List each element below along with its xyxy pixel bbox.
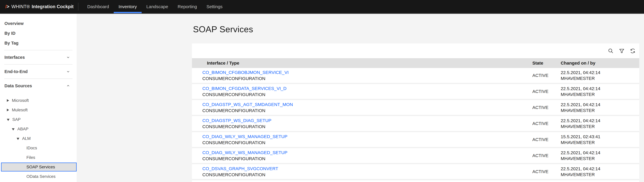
cell-state: ACTIVE: [532, 137, 561, 142]
cell-changed-on-by: 22.5.2021, 04:42:14MHAVEMESTER: [561, 70, 639, 81]
changed-on: 22.5.2021, 04:42:14: [561, 70, 639, 75]
tree-item-abap[interactable]: ABAP: [0, 124, 76, 134]
tree-item-odata-services[interactable]: OData Services: [0, 172, 76, 181]
tree-item-label: Microsoft: [12, 98, 29, 103]
chevron-down-icon: [66, 55, 70, 60]
brand-name-bold: Integration Cockpit: [32, 4, 74, 9]
sidebar-section-label: Interfaces: [4, 55, 25, 60]
cell-interface-type: CO_BIMON_CFGDATA_SERVICES_VI_DCONSUMERCO…: [192, 86, 532, 97]
changed-on: 22.5.2021, 04:42:14: [561, 166, 639, 171]
cell-changed-on-by: 22.5.2021, 04:42:14MHAVEMESTER: [561, 118, 639, 129]
sidebar-item-overview[interactable]: Overview: [0, 18, 76, 28]
interface-link[interactable]: CO_DSVAS_GRAPH_SVGCONVERT: [202, 166, 278, 171]
table-row: CO_BIMON_CFGBOBJMON_SERVICE_VICONSUMERCO…: [192, 68, 639, 84]
tree-expanded-arrow-icon[interactable]: [7, 119, 10, 121]
nav-item-reporting[interactable]: Reporting: [173, 0, 202, 13]
interface-link[interactable]: CO_DIAGSTP_WS_AGT_SMDAGENT_MON: [202, 102, 293, 107]
changed-on: 22.5.2021, 04:42:14: [561, 86, 639, 91]
sidebar-item-by-tag[interactable]: By Tag: [0, 38, 76, 48]
sidebar-section-label: Data Sources: [4, 84, 32, 88]
tree-item-microsoft[interactable]: Microsoft: [0, 96, 76, 105]
interface-type: CONSUMERCONFIGURATION: [202, 92, 532, 97]
changed-on: 22.5.2021, 04:42:14: [561, 118, 639, 123]
tree-item-label: SAP: [12, 117, 21, 122]
chevron-down-icon: [66, 69, 70, 74]
cell-interface-type: CO_DIAGSTP_WS_AGT_SMDAGENT_MONCONSUMERCO…: [192, 102, 532, 113]
search-button[interactable]: [607, 47, 614, 54]
column-header-interface-type: Interface / Type: [192, 60, 532, 66]
changed-by: MHAVEMESTER: [561, 108, 639, 113]
table-header-row: Interface / Type State Changed on / by: [192, 58, 639, 68]
tree-expanded-arrow-icon[interactable]: [12, 128, 14, 130]
cell-changed-on-by: 22.5.2021, 04:42:14MHAVEMESTER: [561, 86, 639, 97]
cell-interface-type: CO_DSVAS_GRAPH_SVGCONVERTCONSUMERCONFIGU…: [192, 166, 532, 177]
changed-by: MHAVEMESTER: [561, 124, 639, 129]
search-icon: [608, 48, 614, 54]
tree-item-alm[interactable]: ALM: [0, 134, 76, 143]
table-row: CO_BIMON_CFGDATA_SERVICES_VI_DCONSUMERCO…: [192, 84, 639, 100]
tree-item-soap-services[interactable]: SOAP Services: [1, 162, 76, 172]
tree-expanded-arrow-icon[interactable]: [17, 138, 19, 140]
cell-state: ACTIVE: [532, 153, 561, 158]
cell-state: ACTIVE: [532, 169, 561, 174]
tree-item-idocs[interactable]: IDocs: [0, 143, 76, 153]
cell-changed-on-by: 22.5.2021, 04:42:14MHAVEMESTER: [561, 166, 639, 177]
sidebar-item-by-id[interactable]: By ID: [0, 28, 76, 38]
tree-item-mulesoft[interactable]: Mulesoft: [0, 105, 76, 115]
filter-icon: [619, 48, 625, 54]
tree-item-label: OData Services: [26, 174, 56, 179]
interface-type: CONSUMERCONFIGURATION: [202, 156, 532, 161]
interface-link[interactable]: CO_DIAG_WILY_WS_MANAGED_SETUP: [202, 150, 288, 155]
cell-interface-type: CO_DIAG_WILY_WS_MANAGED_SETUPCONSUMERCON…: [192, 150, 532, 161]
logo-slash-icon: /: [5, 4, 7, 9]
changed-by: MHAVEMESTER: [561, 172, 639, 177]
interface-link[interactable]: CO_BIMON_CFGDATA_SERVICES_VI_D: [202, 86, 286, 91]
changed-on: 22.5.2021, 04:42:14: [561, 150, 639, 155]
soap-services-table-card: Interface / Type State Changed on / by C…: [192, 44, 639, 182]
table-toolbar: [192, 44, 639, 58]
table-row: CO_DIAG_WILY_WS_MANAGED_SETUPCONSUMERCON…: [192, 132, 639, 148]
refresh-button[interactable]: [629, 47, 636, 54]
tree-collapsed-arrow-icon[interactable]: [7, 99, 9, 102]
nav-item-dashboard[interactable]: Dashboard: [82, 0, 114, 13]
interface-link[interactable]: CO_DIAGSTP_WS_DIAG_SETUP: [202, 118, 272, 123]
interface-type: CONSUMERCONFIGURATION: [202, 76, 532, 81]
nav-item-settings[interactable]: Settings: [202, 0, 227, 13]
sidebar-section-data-sources[interactable]: Data Sources: [0, 81, 76, 91]
sidebar: OverviewBy IDBy Tag Interfaces End-to-En…: [0, 14, 76, 182]
app-logo: /> WHINT® Integration Cockpit: [5, 0, 74, 13]
changed-by: MHAVEMESTER: [561, 156, 639, 161]
column-header-state: State: [532, 60, 561, 66]
sidebar-divider: [4, 78, 72, 79]
sidebar-section-label: End-to-End: [4, 69, 28, 74]
cell-state: ACTIVE: [532, 73, 561, 78]
changed-on: 15.5.2021, 02:43:41: [561, 134, 639, 139]
interface-link[interactable]: CO_BIMON_CFGBOBJMON_SERVICE_VI: [202, 70, 288, 75]
nav-item-inventory[interactable]: Inventory: [114, 0, 142, 13]
header-divider: [78, 3, 78, 10]
tree-item-label: Mulesoft: [12, 108, 28, 112]
interface-type: CONSUMERCONFIGURATION: [202, 140, 532, 145]
chevron-up-icon: [66, 84, 70, 88]
nav-item-landscape[interactable]: Landscape: [142, 0, 173, 13]
changed-by: MHAVEMESTER: [561, 76, 639, 81]
table-body: CO_BIMON_CFGBOBJMON_SERVICE_VICONSUMERCO…: [192, 68, 639, 182]
tree-item-sap[interactable]: SAP: [0, 115, 76, 124]
changed-by: MHAVEMESTER: [561, 140, 639, 145]
tree-item-files[interactable]: Files: [0, 153, 76, 162]
interface-link[interactable]: CO_DIAG_WILY_WS_MANAGED_SETUP: [202, 134, 288, 139]
tree-item-label: ALM: [22, 136, 31, 141]
table-row: CO_DIAG_WILY_WS_MANAGED_SETUPCONSUMERCON…: [192, 148, 639, 164]
cell-changed-on-by: 15.5.2021, 02:43:41MHAVEMESTER: [561, 134, 639, 145]
filter-button[interactable]: [618, 47, 625, 54]
cell-interface-type: CO_BIMON_CFGBOBJMON_SERVICE_VICONSUMERCO…: [192, 70, 532, 81]
sidebar-divider: [4, 50, 72, 50]
top-nav: DashboardInventoryLandscapeReportingSett…: [82, 0, 227, 13]
brand-name: WHINT®: [12, 4, 30, 9]
sidebar-section-interfaces[interactable]: Interfaces: [0, 52, 76, 62]
cell-state: ACTIVE: [532, 105, 561, 110]
cell-interface-type: CO_DIAGSTP_WS_DIAG_SETUPCONSUMERCONFIGUR…: [192, 118, 532, 129]
sidebar-section-end-to-end[interactable]: End-to-End: [0, 67, 76, 76]
app-header: /> WHINT® Integration Cockpit DashboardI…: [0, 0, 644, 14]
tree-collapsed-arrow-icon[interactable]: [7, 109, 9, 111]
